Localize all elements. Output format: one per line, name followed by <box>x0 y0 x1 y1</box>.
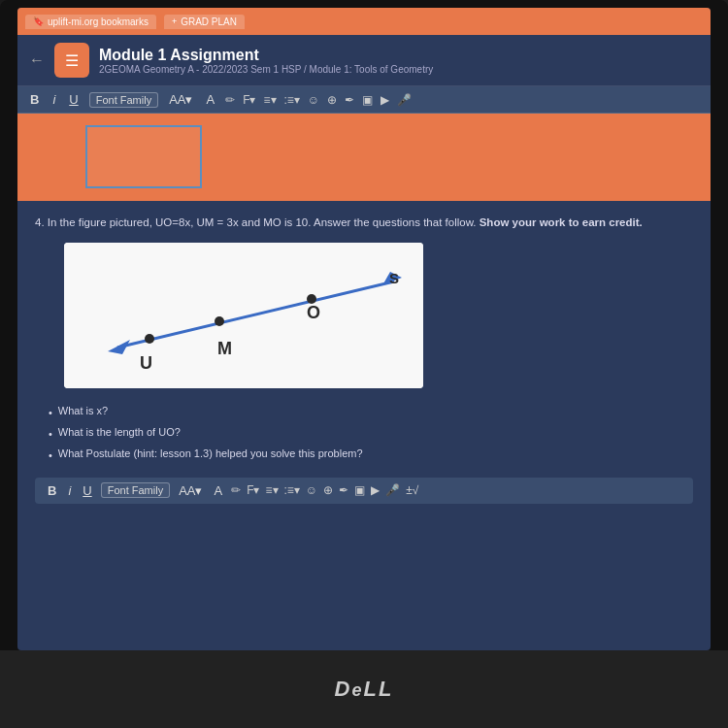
font-size-button[interactable]: AA▾ <box>166 91 195 108</box>
svg-point-4 <box>145 334 154 344</box>
svg-text:M: M <box>217 339 232 358</box>
bullet-dot: • <box>49 404 52 423</box>
tab-bookmarks[interactable]: 🔖 uplift-mi.org bookmarks <box>25 15 156 29</box>
bottom-bold-button[interactable]: B <box>45 482 59 499</box>
top-toolbar: B i U Font Family AA▾ A ✏ F▾ ≡▾ :≡▾ ☺ ⊕ … <box>17 86 711 114</box>
bottom-list-button[interactable]: ≡▾ <box>266 483 279 497</box>
bottom-font-size-button[interactable]: AA▾ <box>176 482 205 499</box>
font-family-dropdown[interactable]: Font Family <box>89 92 158 108</box>
list-item: • What is the length of UO? <box>49 423 693 445</box>
bullet-dot: • <box>49 447 52 466</box>
bold-button[interactable]: B <box>27 91 42 108</box>
browser-bar: 🔖 uplift-mi.org bookmarks + GRAD PLAN <box>17 8 711 35</box>
emoji-button[interactable]: ☺ <box>308 93 319 107</box>
indent-button[interactable]: :≡▾ <box>284 93 300 107</box>
media-button[interactable]: ▶ <box>381 93 389 107</box>
mic-icon[interactable]: 🎤 <box>397 93 412 107</box>
canvas-area <box>17 114 711 201</box>
bottom-format-button[interactable]: F▾ <box>247 483 259 497</box>
laptop-bezel: 🔖 uplift-mi.org bookmarks + GRAD PLAN ← … <box>0 0 728 728</box>
bottom-toolbar: B i U Font Family AA▾ A ✏ F▾ ≡▾ :≡▾ ☺ ⊕ … <box>35 478 693 504</box>
text-color-button[interactable]: A <box>203 91 217 108</box>
tab-gradplan[interactable]: + GRAD PLAN <box>164 15 245 29</box>
tab-bookmarks-label: uplift-mi.org bookmarks <box>48 17 149 27</box>
page-title: Module 1 Assignment <box>99 47 433 64</box>
bullet-text-2: What is the length of UO? <box>58 423 181 443</box>
list-item: • What is x? <box>49 402 693 423</box>
page-subtitle: 2GEOMA Geometry A - 2022/2023 Sem 1 HSP … <box>99 64 433 75</box>
svg-rect-0 <box>64 243 423 388</box>
question-text: 4. In the figure pictured, UO=8x, UM = 3… <box>35 215 693 231</box>
content-area: 4. In the figure pictured, UO=8x, UM = 3… <box>17 201 711 517</box>
bookmarks-icon: 🔖 <box>33 17 44 26</box>
header-bar: ← ☰ Module 1 Assignment 2GEOMA Geometry … <box>17 35 711 86</box>
underline-button[interactable]: U <box>66 91 81 108</box>
bottom-emoji-button[interactable]: ☺ <box>306 483 317 497</box>
list-item: • What Postulate (hint: lesson 1.3) help… <box>49 445 693 466</box>
link-button[interactable]: ⊕ <box>327 93 337 107</box>
back-button[interactable]: ← <box>29 51 45 69</box>
bottom-media-button[interactable]: ▶ <box>371 483 380 497</box>
geometry-svg: U M O S <box>64 243 423 388</box>
bottom-underline-button[interactable]: U <box>80 482 94 499</box>
pencil-icon[interactable]: ✏ <box>225 93 235 107</box>
list-button[interactable]: ≡▾ <box>264 93 277 107</box>
tab-gradplan-label: GRAD PLAN <box>181 17 237 27</box>
geometry-figure: U M O S <box>64 243 423 388</box>
bottom-link-button[interactable]: ⊕ <box>323 483 333 497</box>
bottom-italic-button[interactable]: i <box>65 482 74 499</box>
bottom-mic-icon[interactable]: 🎤 <box>385 483 400 497</box>
bottom-image-button[interactable]: ▣ <box>354 483 365 497</box>
bullet-list: • What is x? • What is the length of UO?… <box>49 402 693 465</box>
format-button[interactable]: F▾ <box>243 93 255 107</box>
svg-text:S: S <box>389 270 399 286</box>
image-button[interactable]: ▣ <box>362 93 373 107</box>
bottom-pencil-icon[interactable]: ✏ <box>231 483 241 497</box>
bottom-bezel: DeLL <box>0 650 728 728</box>
bottom-indent-button[interactable]: :≡▾ <box>284 483 300 497</box>
question-number: 4. <box>35 216 45 228</box>
svg-point-5 <box>215 316 224 326</box>
dell-logo: DeLL <box>335 677 394 702</box>
header-text: Module 1 Assignment 2GEOMA Geometry A - … <box>99 47 433 75</box>
question-body: In the figure pictured, UO=8x, UM = 3x a… <box>48 216 477 228</box>
svg-text:O: O <box>307 303 320 322</box>
question-emphasis: Show your work to earn credit. <box>480 216 643 228</box>
gradplan-icon: + <box>172 17 177 26</box>
pen-icon[interactable]: ✒ <box>345 93 354 107</box>
module-icon: ☰ <box>54 43 89 78</box>
bottom-pen-icon[interactable]: ✒ <box>339 483 348 497</box>
bottom-text-color-button[interactable]: A <box>211 482 225 499</box>
bottom-math-button[interactable]: ±√ <box>406 483 418 497</box>
svg-text:U: U <box>140 353 152 373</box>
bottom-font-family-dropdown[interactable]: Font Family <box>101 482 170 498</box>
bullet-text-1: What is x? <box>58 402 108 421</box>
bullet-text-3: What Postulate (hint: lesson 1.3) helped… <box>58 445 363 464</box>
canvas-placeholder <box>85 125 202 188</box>
italic-button[interactable]: i <box>50 91 58 108</box>
screen: 🔖 uplift-mi.org bookmarks + GRAD PLAN ← … <box>17 8 711 650</box>
bullet-dot: • <box>49 425 52 445</box>
